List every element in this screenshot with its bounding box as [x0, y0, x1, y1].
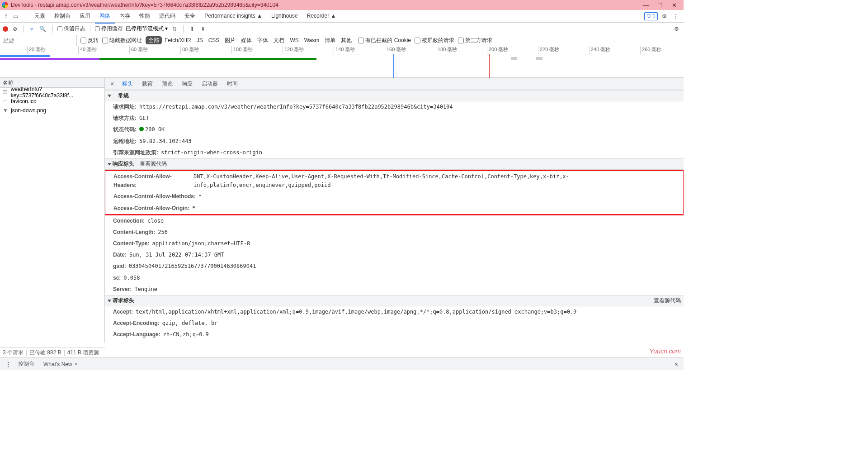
filter-chip-JS[interactable]: JS: [194, 36, 206, 44]
close-tab-icon[interactable]: ×: [73, 361, 78, 367]
header-value: https://restapi.amap.com/v3/weather/weat…: [139, 103, 453, 111]
filter-chip-清单[interactable]: 清单: [322, 36, 338, 44]
timeline-tick: 120 毫秒: [283, 46, 304, 54]
main-tab-1[interactable]: 控制台: [50, 11, 75, 21]
main-tab-0[interactable]: 元素: [30, 11, 50, 21]
main-tab-2[interactable]: 应用: [75, 11, 95, 21]
detail-tab-响应[interactable]: 响应: [177, 79, 197, 89]
maximize-icon[interactable]: ☐: [657, 2, 664, 8]
header-key: Content-Type:: [113, 239, 149, 248]
filter-chip-字体[interactable]: 字体: [255, 36, 271, 44]
disable-cache-checkbox[interactable]: 停用缓存: [95, 25, 123, 33]
close-detail-button[interactable]: ×: [107, 80, 118, 87]
request-name: json-down.png: [11, 107, 46, 114]
filter-chip-Fetch/XHR[interactable]: Fetch/XHR: [162, 36, 194, 44]
search-icon[interactable]: 🔍: [38, 25, 48, 33]
request-row[interactable]: ▼json-down.png: [0, 106, 104, 115]
header-value: 59.82.34.102:443: [139, 137, 192, 146]
timeline-tick: 60 毫秒: [129, 46, 148, 54]
detail-tab-标头[interactable]: 标头: [118, 79, 137, 89]
drawer-tab-whatsnew[interactable]: What's New ×: [39, 359, 82, 369]
view-source-button[interactable]: 查看源代码: [654, 297, 681, 305]
header-value: gzip, deflate, br: [162, 319, 218, 328]
request-row[interactable]: ☰weatherInfo?key=5737f6640c7a33f8f...: [0, 88, 104, 97]
blocked-cookies-checkbox[interactable]: 有已拦截的 Cookie: [358, 37, 411, 44]
download-har-icon[interactable]: ⬇: [199, 25, 207, 33]
wifi-icon[interactable]: ⇅: [170, 25, 179, 33]
main-tab-3[interactable]: 网络: [95, 11, 115, 21]
header-row: 状态代码:200 OK: [105, 124, 684, 135]
filter-chip-全部[interactable]: 全部: [146, 36, 162, 44]
header-row: Connection:close: [105, 215, 684, 227]
header-row: 请求方法:GET: [105, 113, 684, 124]
filter-chip-CSS[interactable]: CSS: [206, 36, 222, 44]
main-tab-6[interactable]: 源代码: [155, 11, 180, 21]
device-toggle-icon[interactable]: ▭: [11, 12, 20, 21]
issues-button[interactable]: 🗨 1: [644, 12, 658, 20]
header-value: 0.058: [123, 274, 140, 282]
window-title: DevTools - restapi.amap.com/v3/weather/w…: [11, 2, 643, 8]
minimize-icon[interactable]: —: [643, 2, 649, 8]
timeline-tick: 180 毫秒: [436, 46, 457, 54]
section-response-headers[interactable]: 响应标头 查看源代码: [105, 158, 684, 170]
detail-tab-预览[interactable]: 预览: [157, 79, 177, 89]
filter-chip-图片[interactable]: 图片: [222, 36, 238, 44]
throttle-select[interactable]: 已停用节流模式 ▾: [126, 25, 168, 33]
main-tab-5[interactable]: 性能: [135, 11, 155, 21]
header-key: Access-Control-Allow-Headers:: [113, 172, 191, 190]
network-settings-icon[interactable]: ⚙: [672, 25, 681, 33]
header-row: Cache-Control:max-age=0: [105, 341, 684, 343]
main-tab-4[interactable]: 内存: [115, 11, 135, 21]
more-icon[interactable]: ⋮: [671, 12, 681, 21]
main-tab-8[interactable]: Performance insights ▲: [200, 11, 267, 21]
inspect-icon[interactable]: ⟟: [3, 12, 9, 21]
timeline-tick: 240 毫秒: [589, 46, 610, 54]
drawer: ⋮ 控制台 What's New × ×: [0, 357, 684, 370]
drawer-menu-icon[interactable]: ⋮: [3, 361, 14, 367]
settings-icon[interactable]: ⚙: [660, 12, 669, 21]
filter-input[interactable]: [0, 35, 77, 46]
filter-chip-媒体[interactable]: 媒体: [238, 36, 255, 44]
filter-chip-WS[interactable]: WS: [287, 36, 301, 44]
header-value: close: [147, 217, 164, 225]
view-source-button[interactable]: 查看源代码: [140, 160, 167, 168]
timeline-overview[interactable]: 20 毫秒40 毫秒60 毫秒80 毫秒100 毫秒120 毫秒140 毫秒16…: [0, 46, 684, 78]
third-party-checkbox[interactable]: 第三方请求: [458, 37, 492, 44]
detail-tab-启动器[interactable]: 启动器: [197, 79, 222, 89]
section-request-headers[interactable]: 请求标头 查看源代码: [105, 295, 684, 306]
header-key: Cache-Control:: [113, 342, 152, 343]
header-key: Server:: [113, 285, 132, 294]
header-value: 033045040172165925167737700014630869041: [129, 262, 256, 271]
main-tab-9[interactable]: Lighthouse: [267, 11, 302, 21]
filter-chip-文档[interactable]: 文档: [271, 36, 287, 44]
header-row: Server:Tengine: [105, 284, 684, 295]
header-key: 状态代码:: [113, 125, 137, 134]
close-drawer-icon[interactable]: ×: [672, 361, 681, 368]
main-tab-10[interactable]: Recorder ▲: [302, 11, 341, 21]
section-general[interactable]: 常规: [105, 90, 684, 101]
invert-checkbox[interactable]: 反转: [80, 37, 99, 44]
header-key: Connection:: [113, 217, 145, 225]
blocked-requests-checkbox[interactable]: 被屏蔽的请求: [415, 37, 454, 44]
hide-data-urls-checkbox[interactable]: 隐藏数据网址: [102, 37, 142, 44]
drawer-tab-console[interactable]: 控制台: [14, 358, 39, 370]
main-tab-7[interactable]: 安全: [180, 11, 200, 21]
filter-icon[interactable]: ▿: [28, 25, 35, 33]
timeline-tick: 200 毫秒: [487, 46, 508, 54]
header-row: 远程地址:59.82.34.102:443: [105, 136, 684, 147]
request-name: favicon.ico: [11, 98, 37, 105]
header-key: 请求方法:: [113, 114, 137, 123]
filter-chip-其他[interactable]: 其他: [338, 36, 354, 44]
filter-chip-Wasm[interactable]: Wasm: [302, 36, 322, 44]
timeline-tick: 80 毫秒: [180, 46, 199, 54]
detail-tab-时间[interactable]: 时间: [222, 79, 242, 89]
header-value: *: [198, 192, 202, 201]
detail-tab-载荷[interactable]: 载荷: [137, 79, 157, 89]
upload-har-icon[interactable]: ⬆: [188, 25, 196, 33]
header-row: Content-Type:application/json;charset=UT…: [105, 238, 684, 249]
close-icon[interactable]: ✕: [672, 2, 678, 8]
preserve-log-checkbox[interactable]: 保留日志: [57, 25, 85, 33]
header-value: *: [192, 204, 195, 213]
record-button[interactable]: [3, 26, 8, 32]
clear-icon[interactable]: ⊘: [11, 25, 19, 33]
